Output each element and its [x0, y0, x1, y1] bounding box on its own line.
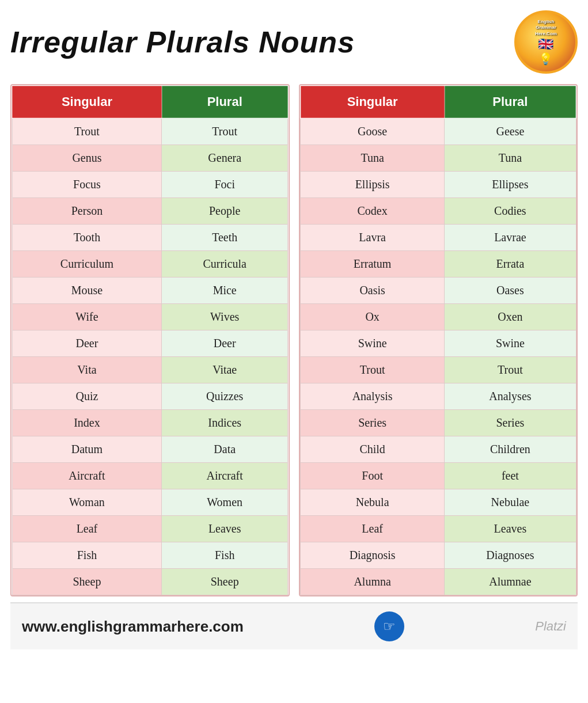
table-row: WifeWives [12, 304, 288, 330]
plural-cell: Vitae [162, 357, 288, 383]
singular-cell: Trout [12, 118, 162, 145]
table-row: TroutTrout [301, 357, 576, 383]
singular-cell: Quiz [12, 383, 162, 410]
plural-cell: Leaves [445, 516, 576, 542]
plural-cell: Foci [162, 172, 288, 198]
page: Irregular Plurals Nouns EnglishGrammarHe… [0, 0, 588, 655]
plural-cell: Geese [445, 118, 576, 145]
table-row: GenusGenera [12, 145, 288, 172]
singular-cell: Goose [301, 118, 445, 145]
tables-container: Singular Plural TroutTroutGenusGeneraFoc… [10, 84, 578, 596]
singular-cell: Ox [301, 304, 445, 330]
table-row: VitaVitae [12, 357, 288, 383]
singular-cell: Datum [12, 436, 162, 463]
plural-cell: Errata [445, 251, 576, 278]
hand-pointer-icon: ☞ [374, 611, 404, 641]
platzi-logo: Platzi [535, 619, 566, 634]
plural-cell: Mice [162, 278, 288, 304]
plural-cell: Children [445, 436, 576, 463]
plural-cell: Fish [162, 542, 288, 569]
plural-cell: Aircraft [162, 463, 288, 489]
footer: www.englishgrammarhere.com ☞ Platzi [10, 602, 578, 649]
plural-cell: People [162, 198, 288, 225]
table-row: DatumData [12, 436, 288, 463]
table-row: QuizQuizzes [12, 383, 288, 410]
singular-cell: Tooth [12, 225, 162, 251]
table-row: PersonPeople [12, 198, 288, 225]
page-title: Irregular Plurals Nouns [10, 25, 355, 59]
singular-cell: Foot [301, 463, 445, 489]
singular-cell: Analysis [301, 383, 445, 410]
table-row: AircraftAircraft [12, 463, 288, 489]
singular-cell: Codex [301, 198, 445, 225]
table-row: OasisOases [301, 278, 576, 304]
plural-cell: Genera [162, 145, 288, 172]
singular-cell: Mouse [12, 278, 162, 304]
singular-cell: Lavra [301, 225, 445, 251]
plural-cell: Ellipses [445, 172, 576, 198]
singular-cell: Genus [12, 145, 162, 172]
singular-cell: Erratum [301, 251, 445, 278]
singular-cell: Nebula [301, 489, 445, 516]
table2-plural-header: Plural [445, 86, 576, 118]
singular-cell: Swine [301, 330, 445, 357]
singular-cell: Person [12, 198, 162, 225]
singular-cell: Woman [12, 489, 162, 516]
plural-cell: Trout [445, 357, 576, 383]
table-2: Singular Plural GooseGeeseTunaTunaEllips… [300, 85, 577, 595]
table-row: WomanWomen [12, 489, 288, 516]
singular-cell: Sheep [12, 569, 162, 595]
plural-cell: Curricula [162, 251, 288, 278]
table-left: Singular Plural TroutTroutGenusGeneraFoc… [10, 84, 290, 596]
table-row: SwineSwine [301, 330, 576, 357]
singular-cell: Aircraft [12, 463, 162, 489]
plural-cell: Tuna [445, 145, 576, 172]
table1-singular-header: Singular [12, 86, 162, 118]
plural-cell: Women [162, 489, 288, 516]
bulb-icon: 💡 [535, 52, 557, 66]
singular-cell: Tuna [301, 145, 445, 172]
table-row: SheepSheep [12, 569, 288, 595]
logo: EnglishGrammarHere.Com 🇬🇧 💡 [514, 10, 578, 74]
singular-cell: Alumna [301, 569, 445, 595]
plural-cell: Diagnoses [445, 542, 576, 569]
singular-cell: Trout [301, 357, 445, 383]
plural-cell: Trout [162, 118, 288, 145]
table-row: LeafLeaves [301, 516, 576, 542]
table-1: Singular Plural TroutTroutGenusGeneraFoc… [12, 85, 289, 595]
singular-cell: Index [12, 410, 162, 436]
plural-cell: Lavrae [445, 225, 576, 251]
table2-singular-header: Singular [301, 86, 445, 118]
plural-cell: Sheep [162, 569, 288, 595]
header: Irregular Plurals Nouns EnglishGrammarHe… [10, 10, 578, 74]
footer-url: www.englishgrammarhere.com [22, 618, 244, 636]
table-row: GooseGeese [301, 118, 576, 145]
singular-cell: Diagnosis [301, 542, 445, 569]
plural-cell: Analyses [445, 383, 576, 410]
plural-cell: Teeth [162, 225, 288, 251]
singular-cell: Child [301, 436, 445, 463]
singular-cell: Focus [12, 172, 162, 198]
singular-cell: Curriculum [12, 251, 162, 278]
table-row: AnalysisAnalyses [301, 383, 576, 410]
table-row: TroutTrout [12, 118, 288, 145]
plural-cell: Codies [445, 198, 576, 225]
table-row: AlumnaAlumnae [301, 569, 576, 595]
table-right: Singular Plural GooseGeeseTunaTunaEllips… [299, 84, 578, 596]
singular-cell: Oasis [301, 278, 445, 304]
table-row: IndexIndices [12, 410, 288, 436]
table-row: OxOxen [301, 304, 576, 330]
singular-cell: Series [301, 410, 445, 436]
plural-cell: Nebulae [445, 489, 576, 516]
plural-cell: Indices [162, 410, 288, 436]
plural-cell: Leaves [162, 516, 288, 542]
table-row: LeafLeaves [12, 516, 288, 542]
table1-plural-header: Plural [162, 86, 288, 118]
singular-cell: Deer [12, 330, 162, 357]
table-row: CodexCodies [301, 198, 576, 225]
table-row: ErratumErrata [301, 251, 576, 278]
singular-cell: Leaf [301, 516, 445, 542]
singular-cell: Wife [12, 304, 162, 330]
plural-cell: Series [445, 410, 576, 436]
table-row: Footfeet [301, 463, 576, 489]
